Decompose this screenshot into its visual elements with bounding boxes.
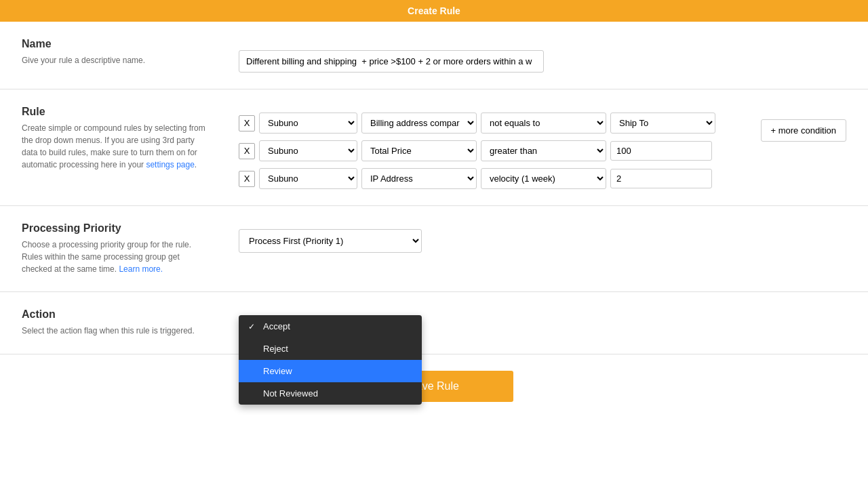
- learn-more-link[interactable]: Learn more.: [119, 264, 163, 274]
- rule-top-row: Rule Create simple or compound rules by …: [22, 106, 846, 189]
- save-section: Save Rule: [0, 354, 868, 418]
- name-section: Name Give your rule a descriptive name.: [0, 22, 868, 89]
- action-option-not-reviewed[interactable]: Not Reviewed: [239, 382, 422, 405]
- review-label: Review: [263, 366, 292, 376]
- action-section-desc: Select the action flag when this rule is…: [22, 325, 212, 337]
- rule-conditions-container: X Subuno Billing address comparis not eq…: [239, 106, 750, 189]
- action-dropdown-menu: ✓ Accept Reject Review: [239, 315, 422, 405]
- settings-page-link[interactable]: settings page: [146, 160, 194, 169]
- condition-1-operator-select[interactable]: not equals to: [481, 113, 606, 134]
- not-reviewed-label: Not Reviewed: [263, 388, 318, 399]
- action-section: Action Select the action flag when this …: [0, 292, 868, 354]
- page-header: Create Rule: [0, 0, 868, 22]
- accept-label: Accept: [263, 321, 290, 331]
- condition-1-field-select[interactable]: Billing address comparis: [361, 113, 477, 134]
- priority-select[interactable]: Process First (Priority 1) Process Secon…: [239, 229, 422, 253]
- more-condition-area: + more condition: [750, 106, 846, 142]
- more-condition-button[interactable]: + more condition: [761, 119, 846, 142]
- name-section-left: Name Give your rule a descriptive name.: [22, 38, 212, 73]
- condition-row-3: X Subuno IP Address velocity (1 week): [239, 168, 750, 189]
- rule-layout: Rule Create simple or compound rules by …: [22, 106, 750, 189]
- remove-condition-2-button[interactable]: X: [239, 143, 255, 159]
- condition-row-1: X Subuno Billing address comparis not eq…: [239, 113, 750, 134]
- condition-2-source-select[interactable]: Subuno: [259, 140, 357, 161]
- rule-section-desc: Create simple or compound rules by selec…: [22, 122, 212, 171]
- condition-2-field-select[interactable]: Total Price: [361, 140, 477, 161]
- name-section-title: Name: [22, 38, 212, 50]
- page-title: Create Rule: [408, 5, 460, 16]
- action-layout: Action Select the action flag when this …: [22, 308, 846, 338]
- priority-section-right: Process First (Priority 1) Process Secon…: [239, 222, 846, 275]
- condition-3-source-select[interactable]: Subuno: [259, 168, 357, 189]
- priority-section-left: Processing Priority Choose a processing …: [22, 222, 212, 275]
- condition-3-value-input[interactable]: [610, 169, 712, 188]
- reject-label: Reject: [263, 344, 288, 354]
- processing-priority-section: Processing Priority Choose a processing …: [0, 206, 868, 292]
- condition-3-field-select[interactable]: IP Address: [361, 168, 477, 189]
- condition-row-2: X Subuno Total Price greater than: [239, 140, 750, 161]
- rule-section-left: Rule Create simple or compound rules by …: [22, 106, 212, 189]
- rule-conditions-list: X Subuno Billing address comparis not eq…: [239, 113, 750, 189]
- action-option-review[interactable]: Review: [239, 360, 422, 382]
- action-section-left: Action Select the action flag when this …: [22, 308, 212, 338]
- condition-1-source-select[interactable]: Subuno: [259, 113, 357, 134]
- rule-name-input[interactable]: [239, 50, 544, 73]
- condition-2-value-input[interactable]: [610, 141, 712, 161]
- accept-check-icon: ✓: [248, 322, 258, 331]
- remove-condition-3-button[interactable]: X: [239, 171, 255, 187]
- condition-3-operator-select[interactable]: velocity (1 week): [481, 168, 606, 189]
- priority-section-desc: Choose a processing priority group for t…: [22, 239, 212, 275]
- action-section-right: Review ▾ ✓ Accept Reject Review: [239, 308, 846, 338]
- action-option-reject[interactable]: Reject: [239, 338, 422, 360]
- priority-section-title: Processing Priority: [22, 222, 212, 235]
- main-content: Name Give your rule a descriptive name. …: [0, 22, 868, 418]
- rule-section: Rule Create simple or compound rules by …: [0, 89, 868, 206]
- action-dropdown-wrapper: Review ▾ ✓ Accept Reject Review: [239, 315, 846, 338]
- action-section-title: Action: [22, 308, 212, 321]
- name-section-desc: Give your rule a descriptive name.: [22, 54, 212, 66]
- condition-2-operator-select[interactable]: greater than: [481, 140, 606, 161]
- action-option-accept[interactable]: ✓ Accept: [239, 315, 422, 338]
- remove-condition-1-button[interactable]: X: [239, 115, 255, 131]
- rule-section-title: Rule: [22, 106, 212, 118]
- name-layout: Name Give your rule a descriptive name.: [22, 38, 846, 73]
- priority-layout: Processing Priority Choose a processing …: [22, 222, 846, 275]
- name-section-right: [239, 38, 846, 73]
- condition-1-value-select[interactable]: Ship To: [610, 113, 715, 134]
